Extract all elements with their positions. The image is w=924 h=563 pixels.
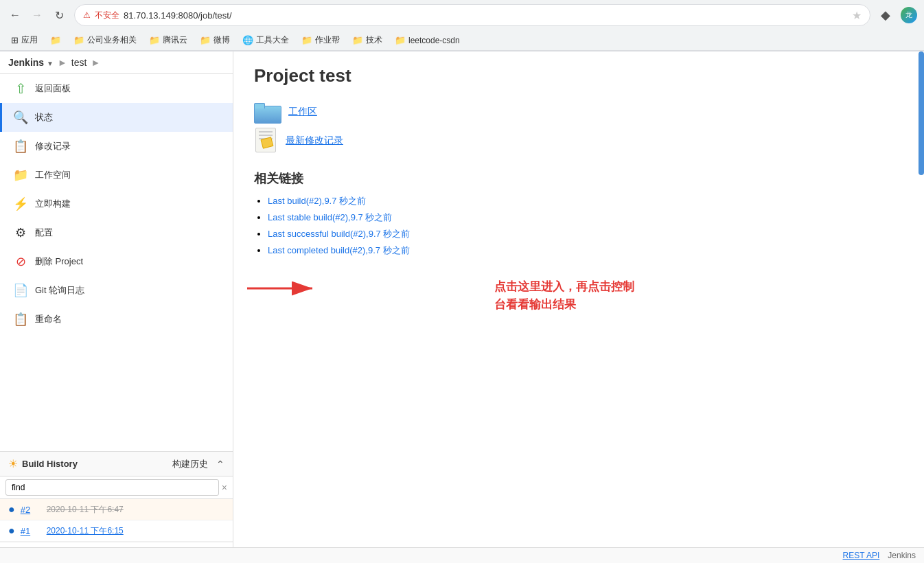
footer-jenkins: Jenkins <box>888 551 916 560</box>
sidebar-item-changelog[interactable]: 📋 修改记录 <box>0 132 233 161</box>
related-links-title: 相关链接 <box>254 170 903 187</box>
workspace-folder-icon <box>254 100 281 124</box>
annotation-text: 点击这里进入，再点击控制台看看输出结果 <box>494 278 634 313</box>
workspace-icon: 📁 <box>13 168 28 183</box>
folder-icon-5: 📁 <box>301 35 312 45</box>
insecure-icon: ⚠ <box>83 10 91 20</box>
globe-icon: 🌐 <box>242 35 253 45</box>
jenkins-header: Jenkins ▼ ► test ► <box>0 51 233 74</box>
build-number-1[interactable]: #1 <box>21 526 41 536</box>
build-search-input[interactable] <box>5 479 219 496</box>
build-history-header: ☀ Build History 构建历史 ⌃ <box>0 452 233 476</box>
company-bookmark[interactable]: 📁 公司业务相关 <box>68 32 142 48</box>
changelog-doc-icon <box>254 128 279 154</box>
rename-icon: 📋 <box>13 312 28 327</box>
sidebar-item-rename[interactable]: 📋 重命名 <box>0 305 233 334</box>
back-panel-icon: ⇧ <box>13 81 28 96</box>
sidebar-item-workspace-label: 工作空间 <box>35 169 71 181</box>
sidebar-item-back-label: 返回面板 <box>35 82 71 95</box>
back-button[interactable]: ← <box>5 5 25 25</box>
annotation-overlay: 点击这里进入，再点击控制台看看输出结果 <box>494 278 634 313</box>
extensions-button[interactable]: ◆ <box>876 5 895 25</box>
star-icon[interactable]: ★ <box>852 9 862 22</box>
folder-icon-7: 📁 <box>395 35 406 45</box>
build-date-1[interactable]: 2020-10-11 下午6:15 <box>47 525 124 537</box>
build-row-1[interactable]: ● #1 2020-10-11 下午6:15 <box>0 520 233 542</box>
build-history-collapse[interactable]: ⌃ <box>216 459 224 470</box>
weibo-bookmark[interactable]: 📁 微博 <box>194 32 235 48</box>
changelog-link-text[interactable]: 最新修改记录 <box>286 135 343 147</box>
sidebar-item-build[interactable]: ⚡ 立即构建 <box>0 189 233 218</box>
main-content: Project test 工作区 <box>233 51 924 563</box>
user-avatar: 龙 <box>901 7 917 23</box>
sidebar-item-git-log[interactable]: 📄 Git 轮询日志 <box>0 276 233 305</box>
insecure-label: 不安全 <box>95 10 119 21</box>
build-row-2[interactable]: ● #2 2020-10-11 下午6:47 <box>0 499 233 520</box>
sidebar-item-delete-label: 删除 Project <box>35 255 83 268</box>
sidebar-item-rename-label: 重命名 <box>35 313 62 325</box>
sidebar-item-back[interactable]: ⇧ 返回面板 <box>0 74 233 103</box>
sidebar-item-workspace[interactable]: 📁 工作空间 <box>0 161 233 189</box>
workspace-link-item[interactable]: 工作区 <box>254 100 903 124</box>
homework-bookmark[interactable]: 📁 作业帮 <box>296 32 345 48</box>
annotation-arrow-svg <box>240 271 323 306</box>
footer: REST API Jenkins <box>0 547 924 563</box>
status-icon: 🔍 <box>13 110 28 125</box>
footer-rest-api[interactable]: REST API <box>843 551 880 560</box>
last-completed-build-link[interactable]: Last completed build(#2),9.7 秒之前 <box>268 245 410 255</box>
build-history-title-cn: 构建历史 <box>172 458 208 470</box>
sidebar-menu: ⇧ 返回面板 🔍 状态 📋 修改记录 📁 工作空间 ⚡ 立即构建 <box>0 74 233 451</box>
address-bar[interactable]: ⚠ 不安全 81.70.13.149:8080/job/test/ ★ <box>74 4 870 26</box>
folder-icon-3: 📁 <box>149 35 160 45</box>
folder-icon-2: 📁 <box>73 35 84 45</box>
related-link-item-3: Last completed build(#2),9.7 秒之前 <box>268 244 903 257</box>
folder-icon-6: 📁 <box>352 35 363 45</box>
leetcode-bookmark[interactable]: 📁 leetcode-csdn <box>389 33 465 47</box>
profile-button[interactable]: 龙 <box>899 5 919 25</box>
build-history-icon: ☀ <box>8 457 18 470</box>
build-status-icon-2: ● <box>8 503 15 516</box>
build-history-section: ☀ Build History 构建历史 ⌃ × ● #2 2020-10-11… <box>0 451 233 563</box>
build-search: × <box>0 476 233 499</box>
git-log-icon: 📄 <box>13 283 28 298</box>
url-text: 81.70.13.149:8080/job/test/ <box>124 10 848 21</box>
jenkins-logo[interactable]: Jenkins ▼ <box>8 57 54 68</box>
delete-icon: ⊘ <box>13 254 28 269</box>
changelog-link-item[interactable]: 最新修改记录 <box>254 128 903 154</box>
reload-button[interactable]: ↻ <box>49 5 69 25</box>
page-title: Project test <box>254 65 903 87</box>
last-successful-build-link[interactable]: Last successful build(#2),9.7 秒之前 <box>268 229 410 239</box>
build-number-2[interactable]: #2 <box>21 505 41 515</box>
folder-icon-4: 📁 <box>200 35 211 45</box>
folder-icon-1: 📁 <box>50 35 61 45</box>
sidebar-item-status[interactable]: 🔍 状态 <box>0 103 233 132</box>
workspace-link-text[interactable]: 工作区 <box>288 106 317 118</box>
sidebar-item-config[interactable]: ⚙ 配置 <box>0 218 233 247</box>
jenkins-dropdown-arrow: ▼ <box>47 60 54 67</box>
breadcrumb-test[interactable]: test <box>71 57 87 68</box>
breadcrumb-sep-1: ► <box>58 57 67 68</box>
last-stable-build-link[interactable]: Last stable build(#2),9.7 秒之前 <box>268 212 392 222</box>
folder-bookmark-1[interactable]: 📁 <box>45 33 67 47</box>
search-clear-button[interactable]: × <box>222 482 227 493</box>
sidebar-item-delete[interactable]: ⊘ 删除 Project <box>0 247 233 276</box>
tech-bookmark[interactable]: 📁 技术 <box>347 32 388 48</box>
last-build-link[interactable]: Last build(#2),9.7 秒之前 <box>268 196 366 206</box>
sidebar-item-status-label: 状态 <box>35 111 53 124</box>
sidebar-item-changelog-label: 修改记录 <box>35 140 71 152</box>
apps-icon: ⊞ <box>11 35 19 45</box>
forward-button[interactable]: → <box>27 5 47 25</box>
tencent-bookmark[interactable]: 📁 腾讯云 <box>143 32 193 48</box>
right-scrollbar[interactable] <box>919 51 924 175</box>
build-status-icon-1: ● <box>8 525 15 537</box>
tools-bookmark[interactable]: 🌐 工具大全 <box>237 32 294 48</box>
breadcrumb-sep-2: ► <box>91 57 100 68</box>
config-icon: ⚙ <box>13 225 28 240</box>
related-link-item-0: Last build(#2),9.7 秒之前 <box>268 195 903 207</box>
build-list: ● #2 2020-10-11 下午6:47 ● #1 2020-10-11 下… <box>0 499 233 542</box>
build-date-2[interactable]: 2020-10-11 下午6:47 <box>47 504 124 516</box>
changelog-icon: 📋 <box>13 139 28 154</box>
apps-bookmark[interactable]: ⊞ 应用 <box>5 32 43 48</box>
sidebar-item-git-log-label: Git 轮询日志 <box>35 284 84 297</box>
build-history-title-en: Build History <box>22 459 78 469</box>
